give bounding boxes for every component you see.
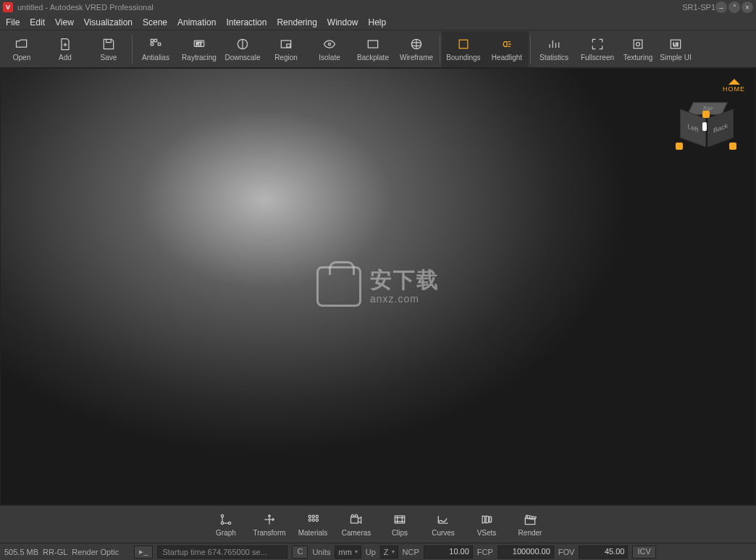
backplate-button[interactable]: Backplate: [351, 31, 395, 67]
menubar: File Edit View Visualization Scene Anima…: [0, 14, 756, 30]
terminal-icon[interactable]: ▸_: [134, 546, 153, 559]
fullscreen-button[interactable]: Fullscreen: [576, 31, 619, 67]
cube-corner[interactable]: [702, 122, 707, 131]
memory-label: 505.5 MB: [4, 548, 38, 556]
up-dropdown[interactable]: Z: [380, 546, 398, 559]
svg-rect-30: [395, 516, 404, 523]
nav-cube[interactable]: HOME Top Left Back: [665, 79, 745, 158]
cube-face-top[interactable]: Top: [687, 102, 728, 115]
c-button[interactable]: C: [292, 546, 308, 559]
vsets-button[interactable]: VSets: [465, 506, 508, 543]
bottombar: Graph Transform Materials Cameras Clips …: [0, 505, 756, 543]
svg-rect-0: [151, 39, 153, 41]
minimize-icon[interactable]: –: [715, 1, 727, 13]
raytracing-icon: RT: [190, 36, 208, 52]
region-button[interactable]: Region: [264, 31, 308, 67]
menu-help[interactable]: Help: [369, 17, 387, 27]
clips-button[interactable]: Clips: [378, 506, 421, 543]
svg-point-20: [228, 522, 230, 524]
statistics-label: Statistics: [539, 54, 568, 61]
fullscreen-icon: [589, 36, 606, 52]
texturing-button[interactable]: Texturing: [619, 31, 657, 67]
antialias-button[interactable]: Antialias: [134, 31, 177, 67]
fullscreen-label: Fullscreen: [581, 54, 614, 61]
wireframe-icon: [408, 36, 425, 52]
open-label: Open: [13, 54, 30, 61]
render-mode: RR-GL: [43, 548, 67, 556]
cube-corner[interactable]: [729, 143, 736, 150]
simple-ui-button[interactable]: UISimple UI: [657, 31, 694, 67]
statistics-button[interactable]: Statistics: [532, 31, 576, 67]
svg-point-28: [351, 514, 353, 517]
cameras-label: Cameras: [342, 529, 371, 537]
cube-face-back[interactable]: Back: [707, 109, 734, 147]
fcp-field[interactable]: 100000.00: [497, 546, 554, 559]
viewport[interactable]: 安下载 anxz.com HOME Top Left Back: [0, 68, 756, 505]
headlight-button[interactable]: Headlight: [485, 31, 529, 67]
menu-rendering[interactable]: Rendering: [277, 17, 316, 27]
cameras-button[interactable]: Cameras: [335, 506, 378, 543]
divider: [132, 35, 133, 64]
menu-interaction[interactable]: Interaction: [226, 17, 266, 27]
svg-point-15: [637, 43, 640, 46]
up-value: Z: [384, 548, 389, 556]
watermark-en: anxz.com: [370, 294, 440, 304]
svg-text:RT: RT: [196, 41, 203, 46]
folder-open-icon: [13, 36, 30, 52]
menu-visualization[interactable]: Visualization: [84, 17, 133, 27]
menu-window[interactable]: Window: [327, 17, 358, 27]
units-dropdown[interactable]: mm: [335, 546, 361, 559]
startup-message: Startup time 674.765000 se...: [157, 546, 287, 559]
home-button[interactable]: HOME: [723, 79, 745, 93]
downscale-button[interactable]: Downscale: [221, 31, 264, 67]
camera-icon: [348, 512, 365, 527]
curves-button[interactable]: Curves: [421, 506, 465, 543]
fov-field[interactable]: 45.00: [579, 546, 628, 559]
svg-point-19: [221, 522, 223, 524]
materials-icon: [304, 512, 322, 527]
raytracing-button[interactable]: RTRaytracing: [177, 31, 221, 67]
svg-point-9: [328, 43, 330, 45]
menu-file[interactable]: File: [6, 17, 20, 27]
menu-scene[interactable]: Scene: [143, 17, 167, 27]
clapper-icon: [521, 512, 539, 527]
wireframe-button[interactable]: Wireframe: [395, 31, 438, 67]
boundings-button[interactable]: Boundings: [442, 31, 485, 67]
antialias-label: Antialias: [142, 54, 169, 61]
bag-icon: [316, 266, 361, 307]
home-label: HOME: [723, 85, 745, 93]
isolate-button[interactable]: Isolate: [308, 31, 351, 67]
svg-text:UI: UI: [673, 41, 679, 48]
graph-label: Graph: [216, 529, 236, 537]
menu-animation[interactable]: Animation: [177, 17, 216, 27]
transform-button[interactable]: Transform: [248, 506, 291, 543]
watermark-cn: 安下载: [370, 269, 440, 291]
sr-label: SR1-SP1: [682, 3, 715, 12]
render-optic[interactable]: Render Optic: [72, 548, 130, 556]
materials-button[interactable]: Materials: [291, 506, 335, 543]
render-label: Render: [518, 529, 542, 537]
backplate-label: Backplate: [357, 54, 389, 61]
cube-corner[interactable]: [702, 111, 710, 118]
up-label: Up: [366, 548, 376, 556]
svg-rect-14: [634, 40, 642, 48]
save-button[interactable]: Save: [87, 31, 130, 67]
close-icon[interactable]: ×: [742, 1, 753, 13]
menu-view[interactable]: View: [55, 17, 74, 27]
statistics-icon: [545, 36, 563, 52]
ncp-field[interactable]: 10.00: [424, 546, 473, 559]
region-label: Region: [274, 54, 298, 61]
backplate-icon: [364, 36, 382, 52]
transform-label: Transform: [253, 529, 285, 537]
cube-face-left[interactable]: Left: [680, 109, 706, 147]
svg-point-18: [221, 514, 223, 517]
add-button[interactable]: Add: [43, 31, 87, 67]
cube-corner[interactable]: [676, 143, 683, 150]
open-button[interactable]: Open: [0, 31, 43, 67]
maximize-icon[interactable]: ˄: [728, 1, 740, 13]
render-button[interactable]: Render: [508, 506, 552, 543]
graph-button[interactable]: Graph: [204, 506, 248, 543]
svg-rect-3: [158, 43, 160, 45]
icv-button[interactable]: ICV: [632, 546, 655, 559]
menu-edit[interactable]: Edit: [30, 17, 45, 27]
